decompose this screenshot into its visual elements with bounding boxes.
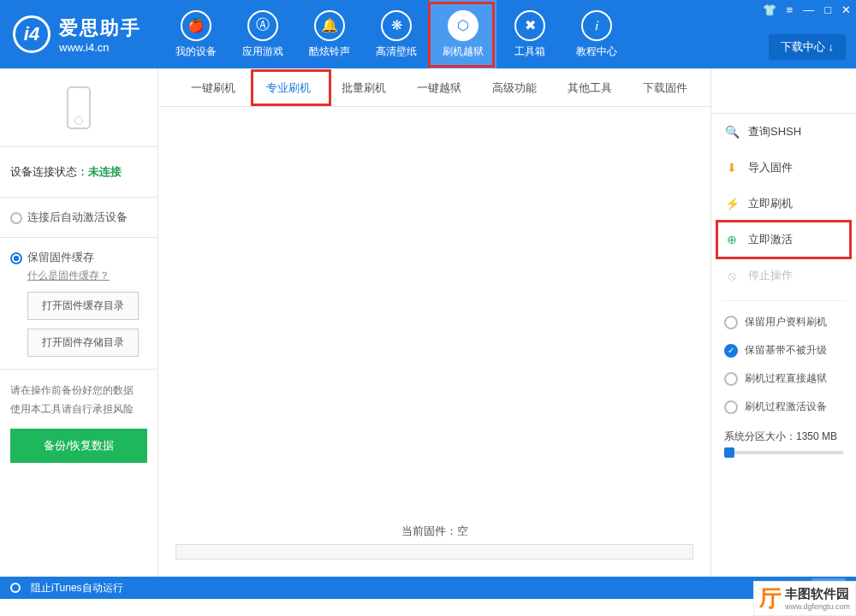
- nav-wallpaper[interactable]: ❋高清壁纸: [363, 0, 430, 68]
- phone-icon: [67, 86, 91, 129]
- progress-bar: [175, 544, 693, 560]
- tab-oneclick-flash[interactable]: 一键刷机: [175, 68, 251, 107]
- action-stop: ⦸停止操作: [711, 258, 856, 293]
- status-value: 未连接: [88, 165, 122, 178]
- backup-restore-button[interactable]: 备份/恢复数据: [10, 429, 147, 462]
- logo-icon: i4: [13, 15, 51, 53]
- radio-icon: [724, 316, 738, 329]
- maximize-icon[interactable]: □: [824, 3, 831, 16]
- option-jailbreak[interactable]: 刷机过程直接越狱: [711, 364, 856, 393]
- open-cache-dir-button[interactable]: 打开固件缓存目录: [27, 292, 139, 320]
- partition-size: 系统分区大小：1350 MB: [711, 421, 856, 463]
- nav-toolbox[interactable]: ✖工具箱: [496, 0, 563, 68]
- logo-area: i4 爱思助手 www.i4.cn: [0, 15, 163, 54]
- tshirt-icon[interactable]: 👕: [763, 3, 776, 16]
- nav-ringtones[interactable]: 🔔酷炫铃声: [296, 0, 363, 68]
- action-activate-now[interactable]: ⊕立即激活: [711, 222, 856, 258]
- nav-tutorials[interactable]: 𝑖教程中心: [563, 0, 630, 68]
- radio-icon[interactable]: [10, 212, 22, 224]
- option-activate-after[interactable]: 刷机过程激活设备: [711, 393, 856, 421]
- nav-my-device[interactable]: 🍎我的设备: [163, 0, 229, 68]
- current-firmware-label: 当前固件：空: [175, 524, 693, 539]
- nav-flash-jailbreak[interactable]: ⬡刷机越狱: [430, 0, 496, 68]
- flash-icon: ⚡: [724, 196, 740, 211]
- info-icon: 𝑖: [581, 10, 612, 41]
- cache-section: 保留固件缓存 什么是固件缓存？ 打开固件缓存目录 打开固件存储目录: [0, 238, 158, 370]
- globe-icon: ⊕: [724, 232, 740, 247]
- tab-batch-flash[interactable]: 批量刷机: [326, 68, 401, 107]
- radio-icon[interactable]: [10, 583, 21, 593]
- app-header: i4 爱思助手 www.i4.cn 🍎我的设备 Ⓐ应用游戏 🔔酷炫铃声 ❋高清壁…: [0, 0, 856, 68]
- action-import-firmware[interactable]: ⬇导入固件: [711, 150, 856, 186]
- main-nav: 🍎我的设备 Ⓐ应用游戏 🔔酷炫铃声 ❋高清壁纸 ⬡刷机越狱 ✖工具箱 𝑖教程中心: [163, 0, 630, 68]
- divider: [722, 300, 846, 301]
- tab-download-fw[interactable]: 下载固件: [627, 68, 703, 107]
- device-preview: [0, 68, 158, 147]
- open-store-dir-button[interactable]: 打开固件存储目录: [27, 329, 139, 357]
- action-query-shsh[interactable]: 🔍查询SHSH: [711, 114, 856, 150]
- tab-pro-flash[interactable]: 专业刷机: [251, 68, 326, 107]
- tab-advanced[interactable]: 高级功能: [477, 68, 552, 107]
- partition-slider[interactable]: [724, 451, 843, 454]
- left-sidebar: 设备连接状态：未连接 连接后自动激活设备 保留固件缓存 什么是固件缓存？ 打开固…: [0, 68, 158, 577]
- watermark-logo-icon: 厅: [759, 583, 782, 613]
- connection-status: 设备连接状态：未连接: [0, 147, 158, 198]
- auto-activate-section: 连接后自动激活设备: [0, 198, 158, 238]
- option-keep-baseband[interactable]: 保留基带不被升级: [711, 336, 856, 364]
- itunes-block-toggle[interactable]: 阻止iTunes自动运行: [31, 581, 123, 595]
- download-center-button[interactable]: 下载中心 ↓: [769, 34, 846, 60]
- app-url: www.i4.cn: [59, 41, 141, 54]
- right-sidebar: 🔍查询SHSH ⬇导入固件 ⚡立即刷机 ⊕立即激活 ⦸停止操作 保留用户资料刷机…: [710, 68, 856, 577]
- tab-other-tools[interactable]: 其他工具: [552, 68, 627, 107]
- box-icon: ⬡: [448, 10, 479, 41]
- backup-section: 请在操作前备份好您的数据 使用本工具请自行承担风险 备份/恢复数据: [0, 370, 158, 475]
- close-icon[interactable]: ✕: [841, 3, 851, 16]
- flower-icon: ❋: [381, 10, 412, 41]
- stop-icon: ⦸: [724, 268, 740, 283]
- menu-icon[interactable]: ≡: [787, 3, 794, 16]
- status-bar: 阻止iTunes自动运行 V7.72 检查: [0, 577, 856, 599]
- minimize-icon[interactable]: —: [803, 3, 814, 16]
- radio-icon: [724, 372, 738, 386]
- center-panel: 一键刷机 专业刷机 批量刷机 一键越狱 高级功能 其他工具 下载固件 当前固件：…: [158, 68, 710, 577]
- radio-checked-icon: [724, 344, 738, 358]
- watermark: 厅 丰图软件园www.dgfengtu.com: [753, 581, 856, 616]
- sub-tab-bar: 一键刷机 专业刷机 批量刷机 一键越狱 高级功能 其他工具 下载固件: [158, 68, 710, 107]
- import-icon: ⬇: [724, 160, 740, 175]
- radio-icon: [724, 400, 738, 414]
- action-flash-now[interactable]: ⚡立即刷机: [711, 186, 856, 222]
- option-keep-user-data[interactable]: 保留用户资料刷机: [711, 308, 856, 336]
- cache-help-link[interactable]: 什么是固件缓存？: [27, 269, 147, 283]
- firmware-area: 当前固件：空: [158, 107, 710, 577]
- window-controls: 👕 ≡ — □ ✕: [763, 3, 851, 16]
- app-title: 爱思助手: [59, 15, 141, 41]
- appstore-icon: Ⓐ: [247, 10, 278, 41]
- nav-apps[interactable]: Ⓐ应用游戏: [229, 0, 296, 68]
- radio-checked-icon[interactable]: [10, 252, 22, 264]
- search-icon: 🔍: [724, 124, 740, 139]
- bell-icon: 🔔: [314, 10, 345, 41]
- tools-icon: ✖: [514, 10, 545, 41]
- tab-oneclick-jailbreak[interactable]: 一键越狱: [401, 68, 477, 107]
- apple-icon: 🍎: [181, 10, 211, 41]
